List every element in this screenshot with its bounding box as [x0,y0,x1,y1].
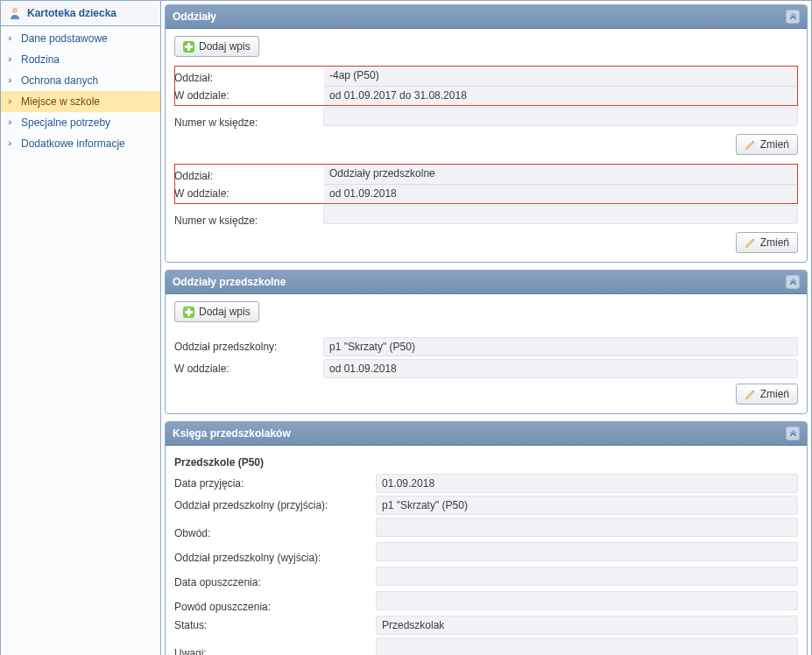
chevron-right-icon: ›› [8,117,16,127]
field-label: Status: [174,619,376,631]
sidebar-item-label: Rodzina [21,53,60,66]
field-label: Oddział przedszkolny (wyjścia): [174,552,376,564]
field-value: -4ap (P50) [324,67,797,86]
field-value [323,205,798,224]
sidebar-item-label: Dane podstawowe [21,32,108,45]
field-label: Numer w księdze: [174,116,323,129]
oddzialy-entry: Oddział: Oddziały przedszkolne od 01.09.… [174,170,798,253]
sidebar-item-specjalne-potrzeby[interactable]: ›› Specjalne potrzeby [1,112,160,133]
plus-icon [183,41,194,53]
field-value [376,542,798,561]
field-value: od 01.09.2018 [324,184,797,203]
sidebar-title-text: Kartoteka dziecka [27,7,117,19]
panel-title: Oddziały przedszkolne [173,276,286,288]
add-entry-button[interactable]: Dodaj wpis [174,301,259,322]
oddzialy-entry: Oddział: -4ap (P50) od 01.09.2017 do 31.… [174,72,798,155]
field-value [376,518,798,537]
panel-title: Księga przedszkolaków [173,427,291,440]
panel-oddzialy-przedszkolne: Oddziały przedszkolne Dodaj wpis Oddział… [165,270,808,414]
chevron-right-icon: ›› [8,33,16,43]
sidebar-item-label: Specjalne potrzeby [21,116,110,129]
main-content: Oddziały Dodaj wpis Oddział: [161,1,811,655]
field-value [323,107,798,126]
field-label: Oddział przedszkolny (przyjścia): [174,499,376,511]
field-value: Oddziały przedszkolne [324,165,797,184]
field-label: Data opuszczenia: [174,576,376,588]
field-value: od 01.09.2018 [323,359,798,378]
panel-title: Oddziały [173,11,216,23]
field-label: Oddział: [174,170,323,182]
collapse-button[interactable] [786,426,800,440]
field-value [376,591,798,610]
subsection-title: Przedszkole (P50) [174,456,798,468]
field-label: Powód opuszczenia: [174,601,376,613]
chevron-right-icon: ›› [8,138,16,148]
chevron-right-icon: ›› [8,96,16,106]
sidebar-item-label: Miejsce w szkole [21,95,100,108]
sidebar-item-label: Dodatkowe informacje [21,137,125,150]
field-value: od 01.09.2017 do 31.08.2018 [324,86,797,105]
collapse-button[interactable] [786,275,800,289]
chevron-up-icon [789,430,797,438]
change-button[interactable]: Zmień [736,384,798,405]
field-value [376,637,798,655]
field-label: Oddział: [174,72,323,84]
sidebar-list: ›› Dane podstawowe ›› Rodzina ›› Ochrona… [1,26,160,156]
sidebar-item-rodzina[interactable]: ›› Rodzina [1,49,160,70]
sidebar-item-miejsce-w-szkole[interactable]: ›› Miejsce w szkole [1,91,160,112]
field-label: W oddziale: [174,89,323,102]
collapse-button[interactable] [786,10,800,24]
panel-header: Księga przedszkolaków [166,422,807,446]
sidebar-item-dodatkowe-informacje[interactable]: ›› Dodatkowe informacje [1,133,160,154]
sidebar-item-ochrona-danych[interactable]: ›› Ochrona danych [1,70,160,91]
panel-header: Oddziały przedszkolne [166,271,807,294]
change-button[interactable]: Zmień [736,232,798,253]
field-label: Numer w księdze: [174,215,323,227]
field-value [376,567,798,586]
button-label: Zmień [760,236,789,249]
field-label: W oddziale: [174,363,323,375]
field-value: 01.09.2018 [376,474,798,493]
sidebar-title: Kartoteka dziecka [1,1,160,26]
chevron-up-icon [789,278,797,286]
field-value: p1 "Skrzaty" (P50) [323,337,798,356]
chevron-right-icon: ›› [8,75,16,85]
button-label: Zmień [760,388,789,400]
chevron-right-icon: ›› [8,54,16,64]
sidebar-item-dane-podstawowe[interactable]: ›› Dane podstawowe [1,28,160,49]
field-label: Data przyjęcia: [174,477,376,489]
chevron-up-icon [789,13,797,21]
change-button[interactable]: Zmień [736,134,798,155]
add-entry-button[interactable]: Dodaj wpis [174,36,259,57]
button-label: Dodaj wpis [199,306,251,318]
panel-header: Oddziały [166,5,807,29]
button-label: Zmień [760,138,789,151]
person-icon [8,6,22,20]
pencil-icon [745,139,756,151]
sidebar: Kartoteka dziecka ›› Dane podstawowe ›› … [1,1,161,655]
pencil-icon [745,389,756,400]
panel-ksiega: Księga przedszkolaków Przedszkole (P50) … [165,421,808,655]
pencil-icon [745,237,756,249]
panel-oddzialy: Oddziały Dodaj wpis Oddział: [165,4,808,263]
field-label: Obwód: [174,527,376,539]
field-label: W oddziale: [174,187,323,200]
plus-icon [183,306,194,318]
field-value: Przedszkolak [376,616,798,635]
svg-point-1 [12,8,18,13]
sidebar-item-label: Ochrona danych [21,74,98,87]
field-label: Oddział przedszkolny: [174,341,323,353]
field-value: p1 "Skrzaty" (P50) [376,496,798,515]
field-label: Uwagi: [174,647,376,655]
button-label: Dodaj wpis [199,40,251,53]
